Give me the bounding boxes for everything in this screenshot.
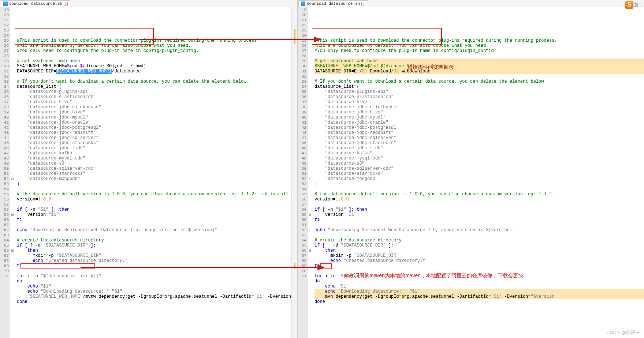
diff-marker [294,263,295,269]
left-code-body[interactable]: #This script is used to download the con… [15,7,297,338]
left-code-area[interactable]: 1920212223242526272829303132333435363738… [0,7,297,338]
ime-indicator[interactable]: S 英 ', [625,1,642,9]
watermark: CSDN @妈夜来 [606,329,640,336]
file-icon [3,1,8,6]
ime-lang-label: 英 ', [634,2,642,8]
tab-label: download_datasource.sh [9,1,62,6]
tab-label: download_datasource.sh [307,1,360,6]
left-line-numbers: 1920212223242526272829303132333435363738… [0,7,10,338]
annotation-text-2: 修改调用的maven为本地的maven，本地配置了阿里云的仓库镜像，下载会更快 [344,273,523,278]
right-editor-pane: download_datasource.sh ✕ 192021222324252… [298,0,644,338]
right-fold-column[interactable]: ⊟⊟⊟ [308,7,312,338]
right-tab-bar: download_datasource.sh ✕ [298,0,644,7]
right-code-area[interactable]: 1920212223242526272829303132333435363738… [298,7,644,338]
tab-right-file[interactable]: download_datasource.sh ✕ [298,0,368,7]
left-fold-column[interactable]: ⊟⊟⊟ [10,7,15,338]
right-code-body[interactable]: 修改插件的安装目录 修改调用的maven为本地的maven，本地配置了阿里云的仓… [312,7,644,338]
left-scrollbar[interactable] [291,7,297,338]
close-icon[interactable]: ✕ [64,2,68,6]
diff-marker [294,29,295,44]
right-line-numbers: 1920212223242526272829303132333435363738… [298,7,308,338]
tab-left-file[interactable]: download_datasource.sh ✕ [1,0,70,7]
file-icon [301,1,305,6]
close-icon[interactable]: ✕ [361,2,365,6]
left-tab-bar: download_datasource.sh ✕ [0,0,297,7]
annotation-text-1: 修改插件的安装目录 [407,64,454,70]
left-editor-pane: download_datasource.sh ✕ 192021222324252… [0,0,298,338]
ime-icon: S [625,1,633,9]
